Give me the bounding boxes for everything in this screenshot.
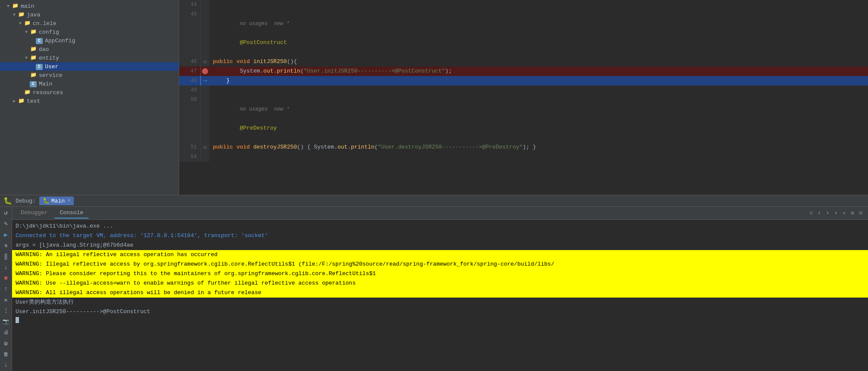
gutter-50 xyxy=(201,95,209,143)
toolbar-step-over-btn[interactable]: ⇅ xyxy=(1,241,11,250)
console-warn-1: WARNING: An illegal reflective access op… xyxy=(12,250,868,260)
gutter-51: ⊟ xyxy=(201,143,209,152)
tree-label-dao: dao xyxy=(39,46,49,53)
toolbar-settings-btn[interactable]: ⚙ xyxy=(1,339,11,347)
console-icon-down[interactable]: ⬇ xyxy=(824,209,831,217)
line-num-49: 49 xyxy=(179,86,201,95)
debug-main-tab[interactable]: 🐛 Main × xyxy=(39,197,74,205)
debug-title: Debug: xyxy=(16,198,36,204)
console-line-constructor: User类的构造方法执行 xyxy=(12,298,868,307)
hint-45: no usages new * xyxy=(240,21,289,27)
toolbar-camera-btn[interactable]: 📷 xyxy=(1,317,11,326)
file-tree[interactable]: ▼ 📁 main ▼ 📁 java ▼ 📁 cn.lele ▼ 📁 config xyxy=(0,0,179,195)
console-line-init: User.initJSR250---------->@PostConstruct xyxy=(12,307,868,317)
console-line-args: args = [Ljava.lang.String;@67b6d4ae xyxy=(12,241,868,250)
breakpoint-47 xyxy=(202,68,208,74)
console-icon-close[interactable]: ✕ xyxy=(840,209,848,217)
console-tab[interactable]: Console xyxy=(54,208,88,219)
line-num-50: 50 xyxy=(179,95,201,143)
tree-item-resources[interactable]: 📁 resources xyxy=(0,88,179,97)
folder-icon-main: 📁 xyxy=(11,3,19,10)
debug-tab-close[interactable]: × xyxy=(67,198,70,204)
console-warn-4: WARNING: Use --illegal-access=warn to en… xyxy=(12,279,868,288)
tree-item-main[interactable]: ▼ 📁 main xyxy=(0,2,179,10)
toolbar-down-btn[interactable]: ↓ xyxy=(1,361,11,369)
toolbar-step-into-btn[interactable]: ↓ xyxy=(1,263,11,271)
folder-icon-config: 📁 xyxy=(29,29,37,35)
code-line-44: 44 xyxy=(179,0,868,10)
line-content-51: public void destroyJSR250() { System.out… xyxy=(209,143,868,152)
folder-icon-service: 📁 xyxy=(29,72,37,79)
tree-item-service[interactable]: 📁 service xyxy=(0,71,179,79)
console-icon-minus[interactable]: ⊟ xyxy=(857,209,865,217)
line-content-54 xyxy=(209,152,868,162)
tree-label-entity: entity xyxy=(39,55,59,61)
tree-item-appconfig[interactable]: C AppConfig xyxy=(0,36,179,45)
tree-item-dao[interactable]: 📁 dao xyxy=(0,45,179,54)
toolbar-rerun-btn[interactable]: ↺ xyxy=(1,209,11,217)
tree-item-java[interactable]: ▼ 📁 java xyxy=(0,10,179,19)
tree-arrow-cn-lele: ▼ xyxy=(17,21,23,26)
toolbar-stop-btn[interactable]: ■ xyxy=(1,274,11,282)
console-line-connected: Connected to the target VM, address: '12… xyxy=(12,231,868,241)
tree-arrow-test: ▶ xyxy=(11,98,17,104)
annotation-postconstruct: @PostConstruct xyxy=(240,39,287,46)
code-line-46: 46 ⊟ public void initJSR250(){ xyxy=(179,57,868,67)
folder-icon-java: 📁 xyxy=(17,11,25,18)
toolbar-resume-btn[interactable]: ▶ xyxy=(1,230,11,238)
line-content-50: no usages new * @PreDestroy xyxy=(209,95,868,143)
tree-label-java: java xyxy=(27,12,40,18)
gutter-45 xyxy=(201,10,209,57)
tree-item-test[interactable]: ▶ 📁 test xyxy=(0,97,179,105)
toolbar-step-out-btn[interactable]: ↑ xyxy=(1,285,11,293)
console-warn-2: WARNING: Illegal reflective access by or… xyxy=(12,260,868,269)
gutter-54 xyxy=(201,152,209,162)
debug-tab-main-icon: 🐛 xyxy=(43,197,50,204)
gutter-44 xyxy=(201,0,209,10)
toolbar-more-btn[interactable]: ⋮ xyxy=(1,307,11,315)
tree-arrow-config: ▼ xyxy=(23,30,29,35)
hint-50: no usages new * xyxy=(240,106,289,112)
folder-icon-cn-lele: 📁 xyxy=(23,20,31,27)
tree-item-cn-lele[interactable]: ▼ 📁 cn.lele xyxy=(0,19,179,28)
gutter-47 xyxy=(201,67,209,76)
console-icon-scroll-up[interactable]: ⬆ xyxy=(832,209,840,217)
code-line-49: 49 xyxy=(179,86,868,95)
tree-arrow-entity: ▼ xyxy=(23,56,29,60)
code-editor[interactable]: 44 45 no usages new * @PostConstruct 46 … xyxy=(179,0,868,195)
console-line-cursor xyxy=(12,317,868,325)
code-line-54: 54 xyxy=(179,152,868,162)
fold-icon-46: ⊟ xyxy=(203,59,206,65)
console-output: D:\jdk\jdk11\bin\java.exe ... Connected … xyxy=(12,220,868,371)
tree-item-config[interactable]: ▼ 📁 config xyxy=(0,28,179,36)
folder-icon-entity: 📁 xyxy=(29,54,37,61)
tree-label-resources: resources xyxy=(33,89,63,96)
line-num-51: 51 xyxy=(179,143,201,152)
tree-item-main-class[interactable]: C Main xyxy=(0,79,179,88)
line-content-49 xyxy=(209,86,868,95)
tree-label-appconfig: AppConfig xyxy=(45,38,75,44)
console-warn-5: WARNING: All illegal access operations w… xyxy=(12,288,868,298)
annotation-predestroy: @PreDestroy xyxy=(240,125,277,131)
debugger-tab[interactable]: Debugger xyxy=(16,208,53,219)
line-content-44 xyxy=(209,0,868,10)
tree-item-user[interactable]: C User xyxy=(0,62,179,71)
tree-label-config: config xyxy=(39,29,59,35)
console-icon-grid[interactable]: ⊞ xyxy=(849,209,856,217)
debug-pointer-48: → xyxy=(203,77,207,85)
cursor xyxy=(16,317,19,323)
line-num-47: 47 xyxy=(179,67,201,76)
toolbar-mute-btn[interactable]: ✕ xyxy=(1,296,11,304)
bottom-panel: ↺ ✎ ▶ ⇅ ‖ ↓ ■ ↑ ✕ ⋮ 📷 🖨 ⚙ 🗑 ↓ Debugger C… xyxy=(0,207,868,371)
toolbar-delete-btn[interactable]: 🗑 xyxy=(1,350,11,358)
line-content-46: public void initJSR250(){ xyxy=(209,57,868,67)
console-icon-up[interactable]: ⬆ xyxy=(816,209,823,217)
code-line-48: 48 → } xyxy=(179,76,868,86)
folder-icon-resources: 📁 xyxy=(23,89,31,96)
toolbar-edit-btn[interactable]: ✎ xyxy=(1,219,11,228)
toolbar-pause-btn[interactable]: ‖ xyxy=(1,252,11,260)
tree-item-entity[interactable]: ▼ 📁 entity xyxy=(0,54,179,62)
console-icon-menu[interactable]: ≡ xyxy=(807,209,814,217)
line-num-54: 54 xyxy=(179,152,201,162)
toolbar-print-btn[interactable]: 🖨 xyxy=(1,328,11,336)
